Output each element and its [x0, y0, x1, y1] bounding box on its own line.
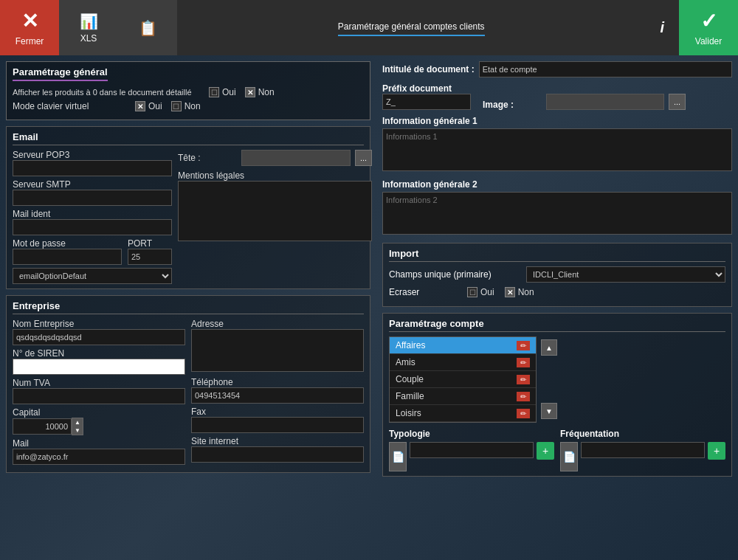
fermer-button[interactable]: ✕ Fermer — [0, 0, 59, 55]
clavier-oui-label: Oui — [148, 101, 162, 111]
xls-icon: 📊 — [80, 13, 98, 30]
produits-label: Afficher les produits à 0 dans le docume… — [13, 88, 204, 97]
scroll-up-btn[interactable]: ▲ — [541, 339, 557, 356]
info1-textarea[interactable] — [382, 128, 732, 171]
account-item-label: Loisirs — [396, 408, 421, 418]
account-edit-btn[interactable]: ✏ — [517, 375, 530, 384]
capital-group: Capital 10000 ▲ ▼ — [13, 407, 185, 435]
frequentation-input[interactable] — [581, 442, 705, 458]
password-port-inputs: 25 — [13, 249, 172, 265]
valider-label: Valider — [695, 36, 722, 46]
ecraser-oui-group: ☐ Oui — [467, 287, 494, 297]
scroll-buttons: ▲ ▼ — [541, 336, 557, 423]
capital-up-btn[interactable]: ▲ — [72, 418, 83, 426]
xls-label: XLS — [80, 33, 97, 44]
siren-label: N° de SIREN — [13, 348, 185, 359]
siren-group: N° de SIREN — [13, 348, 185, 375]
telephone-label: Téléphone — [191, 377, 364, 387]
account-item[interactable]: Famille✏ — [390, 388, 536, 405]
password-port-group: Mot de passe PORT 25 — [13, 238, 172, 265]
clavier-non-label: Non — [184, 101, 201, 111]
numtva-input[interactable] — [13, 388, 185, 404]
siren-input[interactable] — [13, 359, 185, 375]
ecraser-label: Ecraser — [389, 287, 448, 297]
clavier-oui-checkbox[interactable]: ✕ — [135, 101, 145, 111]
password-port-row: Mot de passe PORT — [13, 238, 172, 249]
email-grid: Serveur POP3 Serveur SMTP Mail ident — [13, 150, 364, 284]
info2-group: Information générale 2 — [382, 179, 732, 237]
mail-label: Mail — [13, 438, 185, 449]
site-label: Site internet — [191, 436, 364, 446]
toolbar: ✕ Fermer 📊 XLS 📋 Paramétrage général com… — [0, 0, 738, 55]
account-item-label: Famille — [396, 391, 424, 401]
account-edit-btn[interactable]: ✏ — [517, 409, 530, 418]
frequentation-add-btn[interactable]: + — [708, 442, 725, 460]
fax-label: Fax — [191, 407, 364, 417]
prefix-group: Préfix document Z_ — [382, 83, 471, 110]
email-section: Email Serveur POP3 Serveur SMTP Mail ide… — [6, 126, 370, 289]
email-option-select[interactable]: emailOptionDefaut — [13, 268, 172, 284]
prefix-input[interactable]: Z_ — [382, 94, 471, 110]
telephone-input[interactable]: 0494513454 — [191, 387, 364, 404]
nom-input[interactable]: qsdqsdqsdqsdqsd — [13, 329, 185, 345]
password-group: Mot de passe — [13, 238, 122, 249]
account-edit-btn[interactable]: ✏ — [517, 392, 530, 401]
pop3-label: Serveur POP3 — [13, 150, 172, 160]
capital-input[interactable]: 10000 — [13, 418, 72, 435]
mentions-textarea[interactable] — [178, 181, 372, 241]
clavier-non-checkbox[interactable]: ☐ — [171, 101, 182, 111]
typologie-add-btn[interactable]: + — [537, 442, 554, 460]
print-button[interactable]: 📋 — [118, 0, 177, 55]
account-item[interactable]: Loisirs✏ — [390, 405, 536, 422]
tete-label: Tête : — [178, 153, 237, 163]
frequentation-doc-icon[interactable]: 📄 — [560, 442, 578, 471]
nom-group: Nom Entreprise qsdqsdqsdqsdqsd — [13, 319, 185, 345]
capital-down-btn[interactable]: ▼ — [72, 426, 83, 435]
adresse-label: Adresse — [191, 319, 364, 329]
scroll-down-btn[interactable]: ▼ — [541, 403, 557, 419]
tete-input[interactable] — [241, 150, 351, 166]
produits-non-checkbox[interactable]: ✕ — [245, 87, 255, 97]
account-item[interactable]: Affaires✏ — [390, 337, 536, 354]
account-item[interactable]: Amis✏ — [390, 354, 536, 371]
tete-browse-btn[interactable]: ... — [355, 150, 372, 166]
account-item-label: Couple — [396, 374, 424, 384]
typologie-input-row: 📄 + — [389, 442, 554, 471]
ecraser-oui-checkbox[interactable]: ☐ — [467, 287, 477, 297]
intitule-row: Intitulé de document : Etat de compte — [382, 61, 732, 77]
produits-oui-checkbox[interactable]: ☐ — [209, 87, 219, 97]
account-edit-btn[interactable]: ✏ — [517, 341, 530, 350]
entreprise-grid: Nom Entreprise qsdqsdqsdqsdqsd N° de SIR… — [13, 319, 364, 468]
ecraser-non-checkbox[interactable]: ✕ — [505, 287, 515, 297]
mail-ident-input[interactable] — [13, 219, 172, 235]
port-input[interactable]: 25 — [128, 249, 172, 265]
password-input[interactable] — [13, 249, 122, 265]
entreprise-left: Nom Entreprise qsdqsdqsdqsdqsd N° de SIR… — [13, 319, 185, 468]
xls-button[interactable]: 📊 XLS — [59, 0, 118, 55]
intitule-input[interactable]: Etat de compte — [479, 61, 732, 77]
champs-select[interactable]: IDCLI_Client — [526, 266, 725, 283]
smtp-group: Serveur SMTP — [13, 179, 172, 206]
typologie-label: Typologie — [389, 429, 554, 439]
info2-textarea[interactable] — [382, 192, 732, 235]
smtp-input[interactable] — [13, 190, 172, 206]
ecraser-oui-label: Oui — [480, 287, 494, 297]
adresse-textarea[interactable] — [191, 329, 364, 372]
site-input[interactable] — [191, 446, 364, 463]
typologie-doc-icon[interactable]: 📄 — [389, 442, 407, 471]
image-browse-btn[interactable]: ... — [669, 94, 686, 110]
intitule-label: Intitulé de document : — [382, 64, 475, 75]
print-icon: 📋 — [139, 19, 157, 37]
typologie-input[interactable] — [410, 442, 534, 458]
image-input[interactable] — [546, 94, 664, 110]
fax-input[interactable] — [191, 417, 364, 433]
prefix-label: Préfix document — [382, 83, 471, 94]
account-edit-btn[interactable]: ✏ — [517, 358, 530, 367]
account-item[interactable]: Couple✏ — [390, 371, 536, 388]
email-right: Tête : ... Mentions légales — [178, 150, 372, 284]
valider-button[interactable]: ✓ Valider — [679, 0, 738, 55]
account-item-label: Amis — [396, 357, 415, 367]
pop3-input[interactable] — [13, 160, 172, 176]
import-section: Import Champs unique (primaire) IDCLI_Cl… — [382, 243, 732, 307]
mail-input[interactable]: info@zatyco.fr — [13, 449, 185, 465]
